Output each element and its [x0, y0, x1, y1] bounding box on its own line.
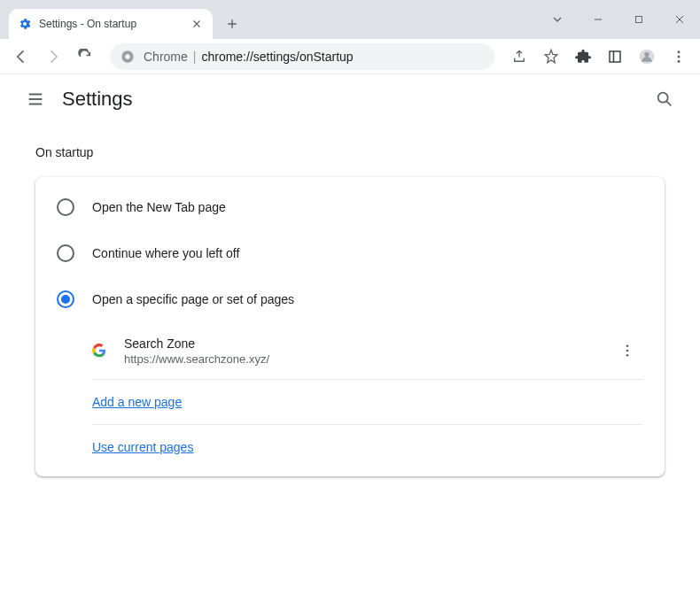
settings-gear-icon — [18, 17, 32, 31]
close-tab-icon[interactable] — [190, 17, 204, 31]
url-separator: | — [193, 50, 197, 64]
browser-tab[interactable]: Settings - On startup — [9, 9, 213, 39]
svg-point-11 — [626, 344, 629, 347]
startup-card: Open the New Tab page Continue where you… — [35, 177, 665, 476]
url-text: chrome://settings/onStartup — [201, 50, 353, 64]
new-tab-button[interactable] — [220, 12, 245, 36]
add-page-link[interactable]: Add a new page — [92, 395, 182, 409]
window-controls — [537, 0, 700, 39]
search-button[interactable] — [647, 81, 682, 117]
radio-label: Open a specific page or set of pages — [92, 292, 294, 306]
forward-button[interactable] — [39, 42, 67, 71]
radio-specific-pages[interactable]: Open a specific page or set of pages — [35, 276, 665, 322]
svg-point-2 — [125, 54, 129, 58]
startup-page-entry: Search Zone https://www.searchzone.xyz/ — [92, 322, 643, 380]
svg-rect-0 — [636, 17, 642, 23]
window-titlebar: Settings - On startup — [0, 0, 700, 39]
tab-title: Settings - On startup — [39, 18, 190, 30]
svg-point-8 — [678, 55, 681, 58]
reload-button[interactable] — [71, 42, 99, 71]
minimize-button[interactable] — [578, 5, 618, 34]
page-more-button[interactable] — [611, 335, 643, 367]
radio-icon — [57, 244, 74, 262]
page-title: Settings — [62, 88, 133, 111]
bookmark-icon[interactable] — [537, 42, 565, 71]
use-current-row[interactable]: Use current pages — [92, 425, 643, 469]
close-window-button[interactable] — [659, 5, 700, 34]
profile-icon[interactable] — [633, 42, 661, 71]
svg-point-7 — [678, 50, 681, 53]
browser-toolbar: Chrome | chrome://settings/onStartup — [0, 39, 700, 74]
svg-point-9 — [678, 59, 681, 62]
extensions-icon[interactable] — [569, 42, 597, 71]
add-page-row[interactable]: Add a new page — [92, 380, 643, 425]
page-url: https://www.searchzone.xyz/ — [124, 352, 611, 366]
tab-dropdown-icon[interactable] — [537, 5, 578, 34]
use-current-link[interactable]: Use current pages — [92, 440, 193, 454]
section-title: On startup — [35, 145, 665, 159]
settings-header: Settings — [0, 74, 700, 124]
radio-icon — [57, 198, 74, 216]
settings-content: On startup Open the New Tab page Continu… — [0, 124, 700, 498]
share-icon[interactable] — [505, 42, 533, 71]
svg-rect-4 — [613, 51, 615, 62]
page-name: Search Zone — [124, 336, 611, 351]
radio-continue[interactable]: Continue where you left off — [35, 230, 665, 276]
specific-pages-subsection: Search Zone https://www.searchzone.xyz/ … — [92, 322, 643, 469]
chrome-icon — [121, 50, 135, 64]
radio-icon — [57, 290, 74, 308]
reading-list-icon[interactable] — [601, 42, 629, 71]
svg-point-12 — [626, 350, 629, 352]
radio-label: Open the New Tab page — [92, 200, 226, 214]
hamburger-menu-icon[interactable] — [18, 81, 53, 117]
google-favicon-icon — [92, 344, 106, 358]
menu-icon[interactable] — [665, 42, 693, 71]
svg-point-13 — [626, 354, 629, 357]
page-info: Search Zone https://www.searchzone.xyz/ — [124, 336, 611, 366]
back-button[interactable] — [7, 42, 35, 71]
url-prefix: Chrome — [144, 50, 188, 64]
address-bar[interactable]: Chrome | chrome://settings/onStartup — [110, 43, 494, 70]
svg-point-6 — [644, 51, 649, 56]
svg-rect-3 — [610, 51, 620, 62]
maximize-button[interactable] — [618, 5, 659, 34]
radio-label: Continue where you left off — [92, 246, 239, 260]
svg-point-10 — [658, 93, 668, 103]
radio-new-tab[interactable]: Open the New Tab page — [35, 184, 665, 230]
